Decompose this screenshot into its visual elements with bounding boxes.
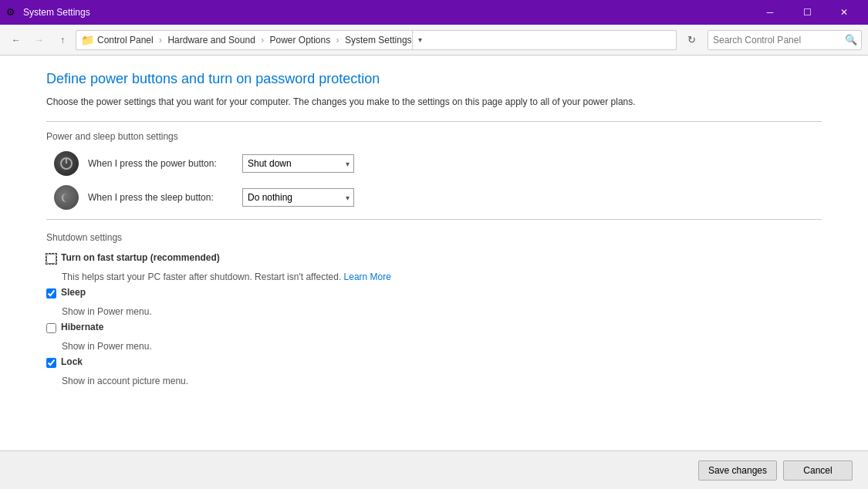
lock-label[interactable]: Lock: [61, 356, 83, 367]
sleep-button-select[interactable]: Do nothing Sleep Hibernate Shut down Tur…: [242, 188, 354, 207]
fast-startup-row: Turn on fast startup (recommended): [46, 252, 822, 264]
folder-icon: 📁: [81, 34, 94, 46]
page-title: Define power buttons and turn on passwor…: [46, 71, 822, 87]
sleep-button-dropdown-wrapper: Do nothing Sleep Hibernate Shut down Tur…: [242, 188, 354, 207]
fast-startup-label[interactable]: Turn on fast startup (recommended): [61, 252, 220, 263]
crumb-hardware-sound[interactable]: Hardware and Sound: [167, 35, 255, 46]
cancel-button[interactable]: Cancel: [783, 460, 853, 481]
restore-button[interactable]: ☐: [789, 0, 825, 25]
app-icon: ⚙: [6, 6, 19, 19]
lock-row: Lock: [46, 356, 822, 368]
power-icon: [54, 151, 79, 176]
power-button-select[interactable]: Do nothing Sleep Hibernate Shut down Tur…: [242, 154, 354, 173]
sleep-cb-desc: Show in Power menu.: [62, 305, 822, 319]
shutdown-section: Shutdown settings Turn on fast startup (…: [46, 232, 822, 388]
search-button[interactable]: 🔍: [841, 30, 861, 50]
minimize-button[interactable]: ─: [752, 0, 788, 25]
up-button[interactable]: ↑: [52, 30, 73, 50]
divider-2: [46, 219, 822, 220]
hibernate-row: Hibernate: [46, 322, 822, 333]
title-bar: ⚙ System Settings ─ ☐ ✕: [0, 0, 868, 25]
learn-more-link[interactable]: Learn More: [344, 271, 391, 282]
divider-1: [46, 121, 822, 122]
window-controls: ─ ☐ ✕: [752, 0, 862, 25]
close-button[interactable]: ✕: [826, 0, 862, 25]
search-box: 🔍: [708, 30, 862, 50]
crumb-control-panel[interactable]: Control Panel: [97, 35, 154, 46]
sleep-label[interactable]: Sleep: [61, 287, 86, 298]
crumb-system-settings[interactable]: System Settings: [345, 35, 412, 46]
button-settings: When I press the power button: Do nothin…: [54, 151, 822, 210]
power-button-row: When I press the power button: Do nothin…: [54, 151, 822, 176]
fast-startup-desc: This helps start your PC faster after sh…: [62, 270, 822, 284]
power-button-dropdown-wrapper: Do nothing Sleep Hibernate Shut down Tur…: [242, 154, 354, 173]
address-bar[interactable]: 📁 Control Panel › Hardware and Sound › P…: [76, 30, 677, 50]
footer: Save changes Cancel: [0, 450, 868, 489]
fast-startup-checkbox[interactable]: [46, 254, 56, 264]
forward-button[interactable]: →: [29, 30, 49, 50]
sleep-button-row: When I press the sleep button: Do nothin…: [54, 185, 822, 210]
refresh-button[interactable]: ↻: [681, 30, 701, 50]
breadcrumb: Control Panel › Hardware and Sound › Pow…: [97, 35, 412, 46]
power-sleep-section-header: Power and sleep button settings: [46, 131, 822, 142]
shutdown-section-header: Shutdown settings: [46, 232, 822, 243]
hibernate-desc: Show in Power menu.: [62, 339, 822, 353]
content-area: Define power buttons and turn on passwor…: [0, 56, 868, 489]
window-title: System Settings: [23, 7, 752, 18]
sleep-checkbox[interactable]: [46, 288, 56, 298]
search-input[interactable]: [708, 31, 841, 49]
sleep-row: Sleep: [46, 287, 822, 298]
sleep-icon: [54, 185, 79, 210]
page-description: Choose the power settings that you want …: [46, 95, 822, 109]
lock-checkbox[interactable]: [46, 358, 56, 368]
sleep-button-label: When I press the sleep button:: [88, 192, 242, 203]
address-dropdown-button[interactable]: ▾: [412, 30, 427, 50]
nav-bar: ← → ↑ 📁 Control Panel › Hardware and Sou…: [0, 25, 868, 56]
hibernate-checkbox[interactable]: [46, 323, 56, 333]
main-area: Define power buttons and turn on passwor…: [0, 56, 868, 450]
back-button[interactable]: ←: [6, 30, 26, 50]
hibernate-label[interactable]: Hibernate: [61, 322, 103, 332]
crumb-power-options[interactable]: Power Options: [270, 35, 331, 46]
lock-desc: Show in account picture menu.: [62, 374, 822, 388]
save-button[interactable]: Save changes: [698, 460, 777, 481]
power-button-label: When I press the power button:: [88, 158, 242, 169]
